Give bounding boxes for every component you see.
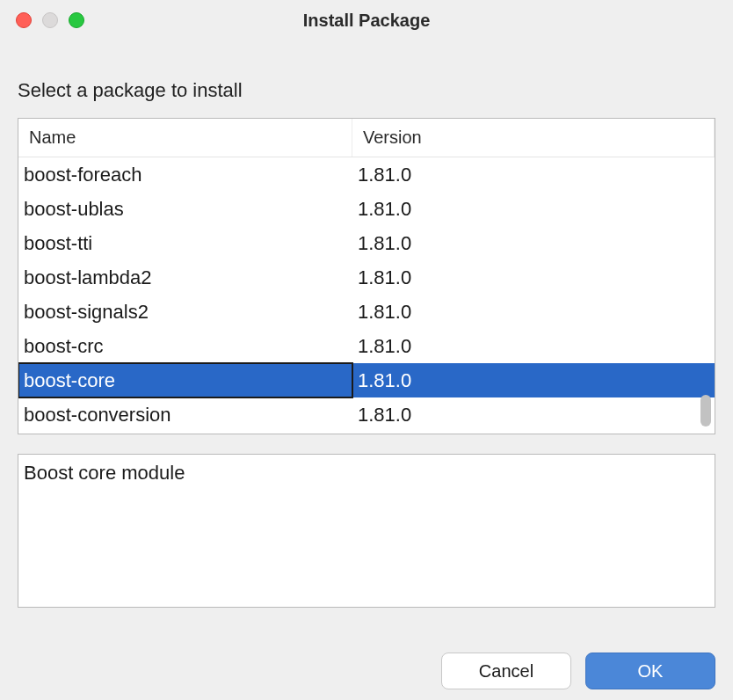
table-header: Name Version — [18, 119, 715, 157]
package-name-cell: boost-foreach — [18, 164, 352, 186]
window-controls — [16, 12, 84, 28]
scrollbar-thumb[interactable] — [700, 395, 711, 427]
package-name-cell: boost-conversion — [18, 404, 352, 427]
package-name-cell: boost-crc — [18, 335, 352, 358]
package-table: Name Version boost-foreach1.81.0boost-ub… — [18, 118, 715, 434]
package-version-cell: 1.81.0 — [352, 266, 715, 289]
package-version-cell: 1.81.0 — [352, 164, 715, 186]
package-version-cell: 1.81.0 — [352, 232, 715, 255]
package-name-cell: boost-core — [18, 363, 352, 397]
minimize-window-button — [42, 12, 58, 28]
table-row[interactable]: boost-crc1.81.0 — [18, 329, 715, 363]
table-body: boost-foreach1.81.0boost-ublas1.81.0boos… — [18, 157, 715, 432]
package-version-cell: 1.81.0 — [352, 301, 715, 324]
table-row[interactable]: boost-ublas1.81.0 — [18, 192, 715, 226]
table-row[interactable]: boost-signals21.81.0 — [18, 295, 715, 329]
window-title: Install Package — [0, 11, 733, 31]
table-row[interactable]: boost-foreach1.81.0 — [18, 157, 715, 192]
table-row[interactable]: boost-tti1.81.0 — [18, 226, 715, 260]
package-version-cell: 1.81.0 — [352, 335, 715, 358]
column-header-version[interactable]: Version — [352, 119, 715, 157]
close-window-button[interactable] — [16, 12, 32, 28]
maximize-window-button[interactable] — [69, 12, 84, 28]
package-name-cell: boost-signals2 — [18, 301, 352, 324]
table-row[interactable]: boost-lambda21.81.0 — [18, 260, 715, 295]
ok-button[interactable]: OK — [585, 653, 715, 689]
package-name-cell: boost-tti — [18, 232, 352, 255]
dialog-buttons: Cancel OK — [441, 653, 715, 689]
instruction-text: Select a package to install — [18, 79, 715, 102]
package-version-cell: 1.81.0 — [352, 198, 715, 221]
package-name-cell: boost-lambda2 — [18, 266, 352, 289]
package-version-cell: 1.81.0 — [352, 369, 715, 392]
package-name-cell: boost-ublas — [18, 198, 352, 221]
cancel-button[interactable]: Cancel — [441, 653, 571, 689]
package-version-cell: 1.81.0 — [352, 404, 715, 427]
table-row[interactable]: boost-core1.81.0 — [18, 363, 715, 397]
titlebar: Install Package — [0, 0, 733, 40]
column-header-name[interactable]: Name — [18, 119, 352, 157]
package-description: Boost core module — [18, 454, 715, 608]
table-row[interactable]: boost-conversion1.81.0 — [18, 397, 715, 432]
